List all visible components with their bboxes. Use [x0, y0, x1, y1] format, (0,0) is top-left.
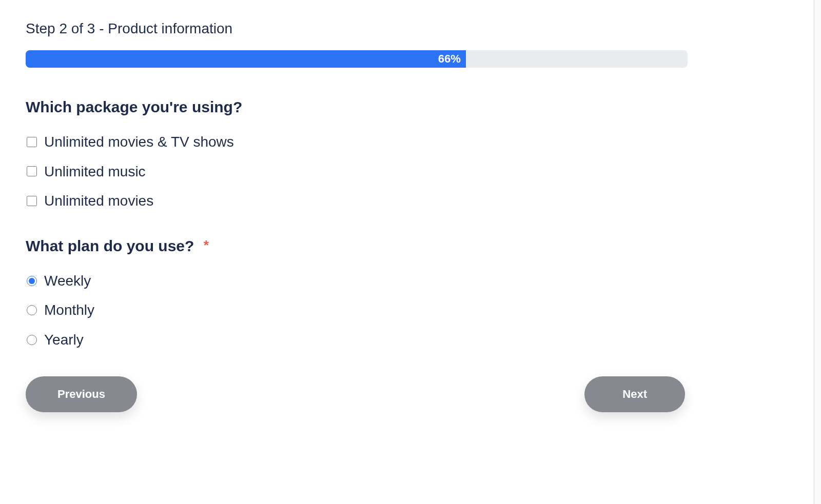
- option-row: Unlimited movies: [26, 192, 688, 210]
- option-row: Weekly: [26, 272, 688, 290]
- form-viewport: Step 2 of 3 - Product information 66% Wh…: [0, 0, 821, 504]
- package-label-movies-tv[interactable]: Unlimited movies & TV shows: [44, 133, 234, 151]
- required-asterisk-icon: *: [204, 237, 209, 253]
- question-plan-prompt: What plan do you use?: [26, 237, 194, 254]
- package-checkbox-movies-tv[interactable]: [27, 137, 37, 147]
- scrollbar-track[interactable]: [814, 0, 821, 504]
- option-row: Yearly: [26, 331, 688, 349]
- package-label-movies[interactable]: Unlimited movies: [44, 192, 153, 210]
- question-plan: What plan do you use? * Weekly Monthly Y…: [26, 237, 688, 349]
- progress-bar: 66%: [26, 50, 688, 68]
- progress-percent-label: 66%: [438, 52, 461, 66]
- previous-button[interactable]: Previous: [26, 376, 137, 412]
- package-checkbox-movies[interactable]: [27, 196, 37, 206]
- next-button[interactable]: Next: [584, 376, 685, 412]
- option-row: Monthly: [26, 301, 688, 319]
- package-options: Unlimited movies & TV shows Unlimited mu…: [26, 133, 688, 210]
- plan-label-monthly[interactable]: Monthly: [44, 301, 94, 319]
- plan-label-weekly[interactable]: Weekly: [44, 272, 91, 290]
- plan-label-yearly[interactable]: Yearly: [44, 331, 84, 349]
- question-package-prompt: Which package you're using?: [26, 98, 688, 116]
- option-row: Unlimited music: [26, 163, 688, 180]
- plan-radio-yearly[interactable]: [27, 335, 37, 345]
- plan-options: Weekly Monthly Yearly: [26, 272, 688, 349]
- option-row: Unlimited movies & TV shows: [26, 133, 688, 151]
- form-content: Step 2 of 3 - Product information 66% Wh…: [0, 0, 713, 422]
- plan-radio-weekly[interactable]: [27, 276, 37, 286]
- package-label-music[interactable]: Unlimited music: [44, 163, 146, 180]
- package-checkbox-music[interactable]: [27, 166, 37, 176]
- plan-radio-monthly[interactable]: [27, 305, 37, 315]
- step-title: Step 2 of 3 - Product information: [26, 21, 688, 37]
- progress-fill: 66%: [26, 50, 466, 68]
- question-package: Which package you're using? Unlimited mo…: [26, 98, 688, 210]
- nav-button-row: Previous Next: [26, 376, 685, 412]
- question-plan-prompt-wrapper: What plan do you use? *: [26, 237, 688, 255]
